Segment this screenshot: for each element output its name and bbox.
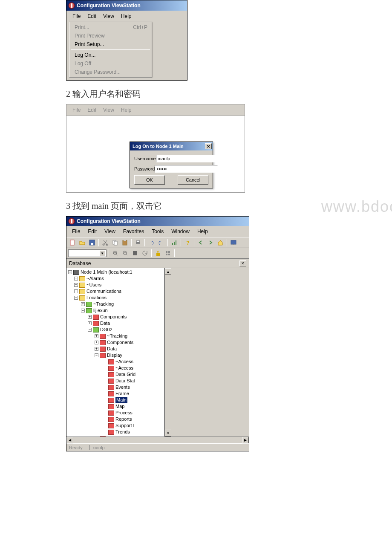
expand-icon[interactable]: + [95,347,98,351]
lock-icon[interactable] [154,249,162,257]
menu-edit[interactable]: Edit [84,106,100,114]
tree-node-datagrid[interactable]: Data Grid [115,371,135,378]
node-icon [100,436,106,437]
menu-favorites[interactable]: Favorites [119,228,148,235]
menu-file[interactable]: File [69,12,84,20]
save-icon[interactable] [88,238,96,247]
menu-print-preview: Print Preview [69,32,152,40]
tree-node-tracking[interactable]: ~Tracking [107,333,127,339]
tree-node-data[interactable]: Data [107,346,117,352]
menu-logon[interactable]: Log On... [69,51,152,59]
menu-logoff: Log Off [69,59,152,68]
password-input[interactable] [155,165,218,173]
cancel-button[interactable]: Cancel [178,175,208,185]
refresh-icon[interactable] [141,249,149,257]
zoom-fit-icon[interactable] [131,249,139,257]
collapse-icon[interactable]: − [88,328,92,332]
menu-help[interactable]: Help [118,12,135,20]
expand-icon[interactable]: + [88,315,92,319]
tree-node-frame[interactable]: Frame [115,390,129,397]
grid-icon[interactable] [164,249,172,257]
scroll-left-icon[interactable]: ◀ [66,437,73,443]
username-input[interactable] [156,155,219,162]
copy-icon[interactable] [111,238,119,247]
home-icon[interactable] [216,238,225,247]
scroll-right-icon[interactable]: ▶ [242,437,249,443]
menu-view[interactable]: View [101,228,119,235]
tree-node-status[interactable]: Status [107,435,120,436]
expand-icon[interactable]: + [95,334,98,338]
menu-view[interactable]: View [100,106,118,114]
menu-file[interactable]: File [68,228,84,235]
database-tree[interactable]: −Node 1 Main (localhost:1 +~Alarms +~Use… [66,268,164,436]
tree-node-alarms[interactable]: ~Alarms [86,275,104,282]
scroll-down-icon[interactable]: ▼ [165,430,171,436]
scroll-up-icon[interactable]: ▲ [165,268,171,275]
collapse-icon[interactable]: − [74,296,78,300]
tree-node-locations[interactable]: Locations [86,295,107,301]
tree-node-display[interactable]: Display [107,352,122,358]
expand-icon[interactable]: + [95,341,98,344]
open-icon[interactable] [78,238,86,247]
panel-close-button[interactable]: ✕ [239,260,246,266]
menu-print-setup[interactable]: Print Setup... [69,40,152,49]
expand-icon[interactable]: + [74,283,78,287]
new-icon[interactable] [68,238,77,247]
paste-icon[interactable] [121,238,129,247]
collapse-icon[interactable]: − [68,270,72,274]
tree-node-main[interactable]: Main [115,397,127,403]
menu-help[interactable]: Help [193,228,212,235]
tree-node-users[interactable]: ~Users [86,282,101,288]
menu-edit[interactable]: Edit [84,228,101,235]
tree-node-tracking[interactable]: ~Tracking [93,301,114,307]
tree-node-root[interactable]: Node 1 Main (localhost:1 [81,269,133,275]
tree-node-access[interactable]: ~Access [115,358,133,365]
tree-node-components[interactable]: Components [100,314,127,320]
cut-icon[interactable] [101,238,110,247]
undo-icon[interactable] [147,238,156,247]
help-icon[interactable]: ? [183,238,192,247]
tree-node-data[interactable]: Data [100,320,110,327]
ok-button[interactable]: OK [134,175,165,185]
menu-edit[interactable]: Edit [84,12,100,20]
expand-icon[interactable]: + [81,302,85,306]
redo-icon[interactable] [157,238,165,247]
tree-node-events[interactable]: Events [115,384,130,390]
tree-node-components[interactable]: Components [107,339,133,346]
tree-node-lijiexun[interactable]: lijiexun [93,307,108,314]
display-icon[interactable] [229,238,238,247]
menu-file[interactable]: File [69,106,84,114]
expand-icon[interactable]: + [74,289,78,293]
collapse-icon[interactable]: − [95,353,98,357]
tree-node-reports[interactable]: Reports [115,416,132,422]
forward-icon[interactable] [206,238,215,247]
tree-node-process[interactable]: Process [115,410,133,416]
collapse-icon[interactable]: − [81,309,85,312]
menu-view[interactable]: View [100,12,118,20]
tree-node-trends[interactable]: Trends [115,429,130,435]
menu-tools[interactable]: Tools [148,228,167,235]
horizontal-scrollbar[interactable]: ◀ ▶ [66,436,249,443]
expand-icon[interactable]: + [88,321,92,325]
zoom-in-icon[interactable] [111,249,120,257]
vertical-scrollbar[interactable]: ▲ ▼ [164,268,171,436]
titlebar: Configuration ViewStation [66,0,187,11]
svg-rect-6 [91,243,93,245]
print-icon[interactable] [134,238,142,247]
tree-node-datastat[interactable]: Data Stat [115,378,135,384]
back-icon[interactable] [196,238,205,247]
menu-window[interactable]: Window [167,228,193,235]
menu-help[interactable]: Help [118,106,135,114]
node-icon [108,385,114,390]
tree-node-support[interactable]: Support I [115,422,135,429]
zoom-out-icon[interactable] [121,249,130,257]
zoom-combo[interactable]: ▼ [68,249,107,257]
tree-node-access[interactable]: ~Access [115,365,133,371]
close-button[interactable]: ✕ [205,143,212,149]
node-icon [108,417,114,422]
tree-node-dg02[interactable]: DG02 [100,327,112,333]
chart-icon[interactable] [170,238,179,247]
expand-icon[interactable]: + [74,277,78,280]
tree-node-communications[interactable]: Communications [86,288,121,295]
tree-node-map[interactable]: Map [115,403,124,410]
